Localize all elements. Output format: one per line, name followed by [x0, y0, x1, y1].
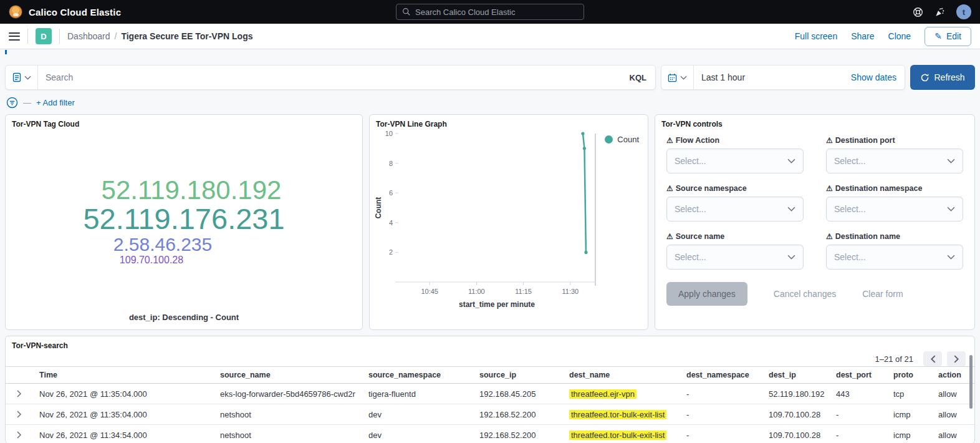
panel-title: Tor-VPN Line Graph: [370, 115, 648, 130]
user-avatar[interactable]: t: [956, 4, 971, 19]
chart-legend[interactable]: Count: [605, 135, 639, 144]
warning-icon: ⚠: [666, 136, 673, 145]
search-icon: [402, 7, 411, 16]
column-header-dest-ip: dest_ip: [762, 371, 830, 379]
column-header-time: Time: [33, 371, 214, 379]
clone-button[interactable]: Clone: [888, 31, 911, 41]
chevron-down-icon: [947, 158, 955, 163]
tagcloud-tag[interactable]: 52.119.176.231: [83, 204, 284, 235]
filter-circle-icon[interactable]: [6, 97, 18, 109]
full-screen-button[interactable]: Full screen: [795, 31, 837, 41]
cell-time: Nov 26, 2021 @ 11:35:04.000: [33, 389, 214, 399]
saved-query-menu-button[interactable]: [6, 66, 38, 89]
line-graph-panel: Tor-VPN Line Graph 24681010:4511:0011:15…: [369, 114, 648, 330]
share-button[interactable]: Share: [851, 31, 874, 41]
tagcloud-tag[interactable]: 52.119.180.192: [102, 177, 282, 204]
filter-dash: —: [23, 98, 31, 107]
cell-source-namespace: dev: [362, 431, 473, 440]
control-field: ⚠Destination portSelect...: [826, 136, 963, 173]
cell-dest-ip: 52.119.180.192: [762, 389, 830, 399]
svg-text:10: 10: [385, 130, 393, 137]
chevron-down-icon: [680, 75, 687, 80]
edit-button[interactable]: ✎ Edit: [925, 27, 971, 46]
search-table-panel: Tor-VPN-search 1–21 of 21 Timesource_nam…: [5, 336, 975, 443]
deployment-badge[interactable]: D: [36, 28, 52, 44]
panel-title: Tor-VPN controls: [655, 115, 974, 130]
expand-row-button[interactable]: [6, 431, 33, 439]
cell-source-name: netshoot: [214, 410, 362, 419]
cell-action: allow: [932, 431, 974, 440]
cell-dest-namespace: -: [680, 389, 762, 399]
chevron-down-icon: [947, 255, 955, 260]
control-select[interactable]: Select...: [666, 148, 804, 173]
table-row: Nov 26, 2021 @ 11:35:04.000eks-log-forwa…: [6, 384, 974, 404]
global-search-input[interactable]: Search Calico Cloud Elastic: [396, 4, 584, 20]
breadcrumb: Dashboard / Tigera Secure EE Tor-VPN Log…: [67, 31, 252, 41]
expand-row-button[interactable]: [6, 411, 33, 418]
dashboard-nav-bar: D Dashboard / Tigera Secure EE Tor-VPN L…: [0, 24, 980, 49]
svg-text:11:00: 11:00: [468, 288, 485, 295]
cell-dest-name: threatfeed.tor-bulk-exit-list: [563, 431, 680, 440]
add-filter-button[interactable]: + Add filter: [36, 98, 75, 107]
newsfeed-icon[interactable]: [934, 7, 945, 17]
tagcloud-tag[interactable]: 109.70.100.28: [120, 255, 183, 266]
refresh-icon: [920, 73, 930, 82]
control-select[interactable]: Select...: [826, 245, 963, 270]
control-field: ⚠Source namespaceSelect...: [666, 184, 804, 221]
cell-action: allow: [932, 389, 974, 399]
control-select[interactable]: Select...: [826, 148, 963, 173]
cell-dest-namespace: -: [680, 431, 762, 440]
tag-cloud-panel: Tor-VPN Tag Cloud 52.119.180.19252.119.1…: [5, 114, 363, 330]
cell-source-name: eks-log-forwarder-5bd4659786-cwd2r: [214, 389, 362, 399]
expand-row-button[interactable]: [6, 390, 33, 397]
query-bar: Search KQL Last 1 hour Show dates Refres…: [5, 65, 975, 90]
table-body: Nov 26, 2021 @ 11:35:04.000eks-log-forwa…: [6, 384, 974, 443]
cell-dest-ip: 109.70.100.28: [762, 410, 830, 419]
svg-text:10:45: 10:45: [421, 288, 438, 295]
svg-text:6: 6: [389, 189, 393, 197]
search-input[interactable]: Search: [38, 72, 621, 82]
kql-button[interactable]: KQL: [621, 73, 655, 82]
control-field: ⚠Source nameSelect...: [666, 232, 804, 270]
help-icon[interactable]: [913, 7, 923, 17]
svg-text:Count: Count: [374, 197, 383, 219]
breadcrumb-dashboard[interactable]: Dashboard: [67, 31, 110, 41]
cell-dest-namespace: -: [680, 410, 762, 419]
legend-dot: [605, 135, 613, 144]
cell-proto: icmp: [887, 410, 932, 419]
divider: [59, 29, 60, 44]
refresh-button[interactable]: Refresh: [910, 65, 975, 90]
next-page-button[interactable]: [947, 351, 966, 366]
menu-icon[interactable]: [9, 32, 20, 41]
control-select[interactable]: Select...: [826, 197, 963, 221]
cell-action: allow: [932, 410, 974, 419]
column-header-source-namespace: source_namespace: [362, 371, 473, 379]
cell-dest-port: -: [830, 431, 887, 440]
column-header-source-ip: source_ip: [473, 371, 563, 379]
saved-query-icon: [12, 72, 21, 82]
control-select[interactable]: Select...: [666, 197, 804, 221]
chevron-right-icon: [17, 390, 22, 397]
tag-cloud: 52.119.180.19252.119.176.2312.58.46.2351…: [6, 130, 362, 313]
cell-dest-ip: 109.70.100.28: [762, 431, 830, 440]
control-select[interactable]: Select...: [666, 245, 804, 270]
show-dates-button[interactable]: Show dates: [843, 72, 905, 82]
time-range-value[interactable]: Last 1 hour: [694, 72, 843, 82]
table-header: Timesource_namesource_namespacesource_ip…: [6, 366, 974, 384]
cell-source-ip: 192.168.52.200: [473, 410, 563, 419]
prev-page-button[interactable]: [923, 351, 942, 366]
brand: Calico Cloud Elastic: [9, 5, 121, 19]
tagcloud-tag[interactable]: 2.58.46.235: [113, 235, 212, 254]
select-placeholder: Select...: [675, 252, 787, 262]
svg-text:4: 4: [389, 219, 393, 226]
pencil-icon: ✎: [934, 32, 942, 41]
clear-form-button[interactable]: Clear form: [862, 289, 903, 299]
cell-dest-port: -: [830, 410, 887, 419]
calendar-menu-button[interactable]: [661, 66, 694, 89]
scrollbar[interactable]: [969, 355, 973, 409]
panel-title: Tor-VPN Tag Cloud: [6, 115, 362, 130]
calendar-icon: [668, 73, 677, 82]
select-placeholder: Select...: [834, 252, 947, 262]
cancel-changes-button[interactable]: Cancel changes: [774, 289, 836, 299]
apply-changes-button[interactable]: Apply changes: [666, 282, 747, 306]
